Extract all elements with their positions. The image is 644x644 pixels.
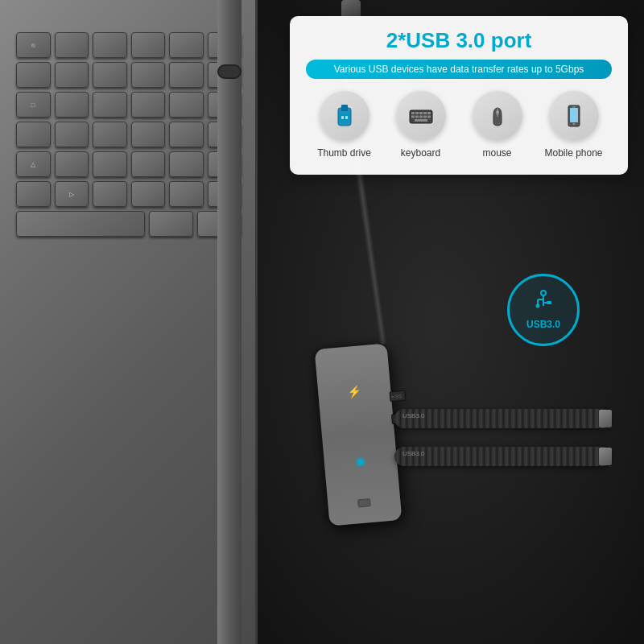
key	[169, 122, 204, 147]
svg-point-0	[541, 291, 546, 295]
panel-title-highlight: port	[491, 28, 532, 52]
key	[93, 92, 127, 118]
mobile-phone-label: Mobile phone	[544, 147, 602, 159]
device-item-thumb-drive: Thumb drive	[308, 91, 381, 159]
hub-usb-port-1: ⇐SS	[389, 390, 406, 402]
key	[55, 62, 89, 88]
svg-rect-17	[427, 112, 431, 114]
key-row-7	[16, 211, 242, 237]
key	[55, 92, 89, 118]
key: ⎋	[16, 32, 51, 58]
svg-rect-13	[411, 112, 415, 114]
device-icons-row: Thumb drive key	[306, 91, 612, 159]
panel-title: 2*USB 3.0 port	[306, 28, 612, 53]
key	[169, 151, 204, 177]
key	[16, 122, 51, 147]
svg-rect-18	[411, 116, 415, 118]
usb-symbol-svg	[531, 290, 555, 314]
key-row-5: △	[16, 151, 242, 177]
usbc-port	[217, 64, 242, 79]
svg-rect-21	[423, 116, 427, 118]
subtitle-bar: Various USB devices have data transfer r…	[306, 60, 612, 79]
ss-label-1: ⇐SS	[391, 393, 402, 399]
usb-cable-1-label: USB3.0	[402, 412, 425, 419]
svg-rect-23	[415, 119, 427, 122]
thumb-drive-icon-circle	[320, 91, 369, 141]
svg-rect-10	[341, 116, 344, 119]
mobile-phone-icon-circle	[549, 91, 599, 141]
key-row-1: ⎋	[16, 32, 242, 58]
keyboard-svg	[407, 101, 436, 130]
svg-rect-22	[427, 116, 431, 118]
device-item-mobile-phone: Mobile phone	[538, 91, 610, 159]
svg-point-4	[536, 304, 540, 308]
key	[131, 122, 166, 147]
hub-indicator	[357, 498, 371, 507]
key: △	[16, 151, 51, 177]
mouse-label: mouse	[482, 147, 511, 159]
usb-cable-1: USB3.0	[394, 409, 612, 428]
device-item-keyboard: keyboard	[385, 91, 457, 159]
key	[131, 181, 166, 207]
key	[131, 92, 166, 118]
key	[16, 62, 51, 88]
cable-2-connector	[599, 448, 612, 465]
usb-hub: ⚡ ⇐SS ⇐SS	[315, 343, 402, 526]
key	[169, 92, 204, 118]
key: □	[16, 92, 51, 118]
key	[131, 62, 166, 88]
mouse-svg	[483, 101, 512, 130]
svg-rect-30	[572, 106, 576, 108]
svg-rect-14	[415, 112, 419, 114]
key	[55, 151, 89, 177]
key	[131, 32, 166, 58]
mobile-phone-svg	[559, 101, 588, 130]
key	[169, 181, 204, 207]
key-row-2	[16, 62, 242, 88]
key	[169, 32, 204, 58]
key	[55, 32, 89, 58]
device-item-mouse: mouse	[461, 91, 534, 159]
key-row-4	[16, 122, 242, 147]
key-row-3: □	[16, 92, 242, 118]
usb3-badge-label: USB3.0	[526, 319, 560, 330]
thumb-drive-svg	[330, 101, 359, 130]
key	[149, 211, 193, 237]
mouse-icon-circle	[473, 91, 522, 141]
key	[16, 211, 145, 237]
panel-title-prefix: 2*USB 3.0	[386, 28, 491, 52]
keyboard-area: ⎋ □	[16, 32, 242, 241]
laptop-edge	[217, 0, 242, 644]
cable-1-connector	[599, 410, 612, 427]
key	[93, 181, 127, 207]
svg-rect-28	[570, 108, 578, 122]
key	[93, 32, 127, 58]
key	[55, 122, 89, 147]
keyboard-icon-circle	[396, 91, 446, 141]
info-panel: 2*USB 3.0 port Various USB devices have …	[290, 16, 628, 175]
keyboard-label: keyboard	[401, 147, 440, 159]
usb-cable-2-label: USB3.0	[402, 450, 425, 457]
usb3-badge: USB3.0	[507, 274, 580, 346]
usb-icon	[531, 290, 555, 317]
svg-point-29	[572, 123, 575, 126]
thumb-drive-label: Thumb drive	[317, 147, 371, 159]
key	[16, 181, 51, 207]
svg-rect-11	[345, 116, 348, 119]
hub-led	[357, 459, 365, 466]
key	[93, 151, 127, 177]
key: ▷	[55, 181, 89, 207]
key	[93, 122, 127, 147]
svg-rect-8	[341, 105, 348, 111]
key-row-6: ▷	[16, 181, 242, 207]
svg-rect-19	[415, 116, 419, 118]
svg-point-26	[496, 111, 498, 114]
key	[131, 151, 166, 177]
thunderbolt-icon: ⚡	[347, 384, 361, 398]
usbc-cable-connector	[341, 0, 361, 16]
usb-cable-2: USB3.0	[394, 447, 612, 466]
svg-rect-9	[340, 114, 349, 121]
subtitle-text: Various USB devices have data transfer r…	[317, 64, 601, 75]
key	[93, 62, 127, 88]
key	[169, 62, 204, 88]
